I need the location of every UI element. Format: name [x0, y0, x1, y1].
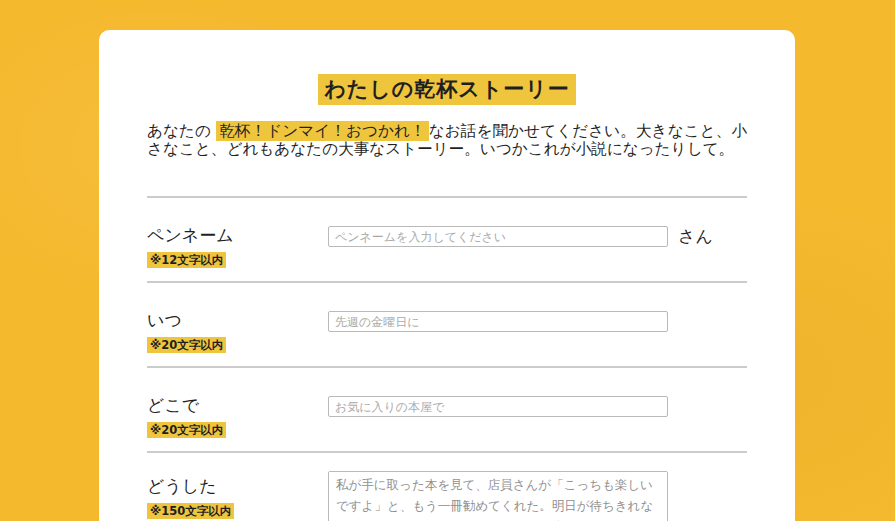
penname-label: ペンネーム: [147, 226, 328, 245]
description-text-before: あなたの: [147, 122, 216, 140]
where-input-col: [328, 396, 747, 417]
form-row-where: どこで ※20文字以内: [147, 368, 747, 451]
when-note-wrap: ※20文字以内: [147, 334, 328, 353]
penname-label-col: ペンネーム ※12文字以内: [147, 226, 328, 268]
when-input[interactable]: [328, 311, 668, 332]
when-input-col: [328, 311, 747, 332]
penname-input-col: さん: [328, 226, 747, 247]
where-note-wrap: ※20文字以内: [147, 419, 328, 438]
story-textarea[interactable]: [328, 471, 668, 521]
what-label-col: どうした ※150文字以内: [147, 471, 328, 519]
where-label-col: どこで ※20文字以内: [147, 396, 328, 438]
when-note: ※20文字以内: [147, 337, 226, 353]
penname-suffix: さん: [678, 226, 713, 247]
form-row-penname: ペンネーム ※12文字以内 さん: [147, 198, 747, 281]
what-note-wrap: ※150文字以内: [147, 500, 328, 519]
penname-note: ※12文字以内: [147, 252, 226, 268]
when-label: いつ: [147, 311, 328, 330]
form-card-inner: わたしの乾杯ストーリー あなたの 乾杯！ドンマイ！おつかれ！なお話を聞かせてくだ…: [147, 30, 747, 521]
penname-input[interactable]: [328, 226, 668, 247]
where-note: ※20文字以内: [147, 422, 226, 438]
form-card: わたしの乾杯ストーリー あなたの 乾杯！ドンマイ！おつかれ！なお話を聞かせてくだ…: [99, 30, 795, 521]
what-input-col: [328, 471, 747, 521]
page-description: あなたの 乾杯！ドンマイ！おつかれ！なお話を聞かせてください。大きなこと、小さな…: [147, 123, 747, 158]
form-row-what: どうした ※150文字以内: [147, 453, 747, 521]
where-input[interactable]: [328, 396, 668, 417]
when-label-col: いつ ※20文字以内: [147, 311, 328, 353]
form-row-when: いつ ※20文字以内: [147, 283, 747, 366]
where-label: どこで: [147, 396, 328, 415]
what-note: ※150文字以内: [147, 503, 234, 519]
page-title: わたしの乾杯ストーリー: [318, 74, 575, 105]
penname-note-wrap: ※12文字以内: [147, 249, 328, 268]
description-highlight: 乾杯！ドンマイ！おつかれ！: [216, 121, 429, 141]
what-label: どうした: [147, 477, 328, 496]
page-title-wrap: わたしの乾杯ストーリー: [147, 30, 747, 105]
